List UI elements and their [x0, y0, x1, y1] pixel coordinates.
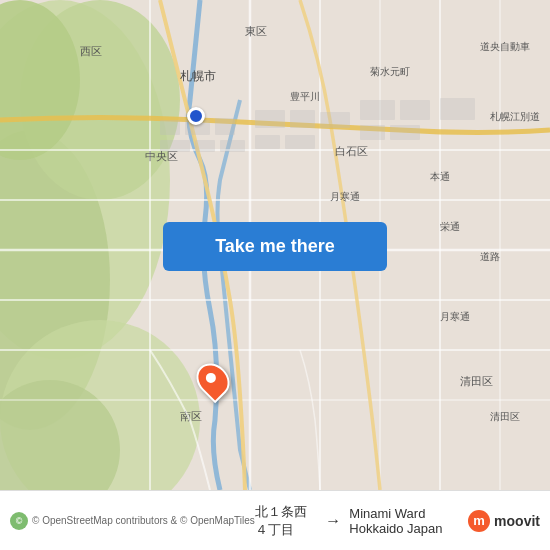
svg-text:道路: 道路: [480, 251, 500, 262]
svg-rect-23: [195, 140, 215, 152]
arrow-icon: →: [325, 512, 341, 530]
svg-rect-28: [255, 135, 280, 149]
svg-rect-25: [255, 110, 285, 128]
svg-rect-27: [320, 112, 350, 128]
location-to: Minami Ward Hokkaido Japan: [349, 506, 468, 536]
svg-rect-19: [160, 120, 180, 135]
svg-rect-26: [290, 110, 315, 128]
svg-rect-30: [360, 100, 395, 120]
svg-rect-34: [390, 125, 420, 140]
svg-rect-31: [400, 100, 430, 120]
svg-rect-33: [360, 125, 385, 140]
svg-text:豊平川: 豊平川: [290, 91, 320, 102]
bottom-bar: © © OpenStreetMap contributors & © OpenM…: [0, 490, 550, 550]
svg-text:清田区: 清田区: [490, 411, 520, 422]
svg-text:西区: 西区: [80, 45, 102, 57]
destination-marker: [198, 362, 228, 398]
osm-logo: ©: [10, 512, 28, 530]
moovit-text: moovit: [494, 513, 540, 529]
svg-rect-32: [440, 98, 475, 120]
svg-text:東区: 東区: [245, 25, 267, 37]
svg-text:月寒通: 月寒通: [440, 311, 470, 322]
take-me-there-button[interactable]: Take me there: [163, 222, 387, 271]
start-marker: [187, 107, 205, 125]
svg-rect-24: [220, 140, 245, 152]
svg-text:栄通: 栄通: [440, 221, 460, 232]
map-container[interactable]: 東区 西区 菊水元町 道央自動車 中央区 白石区 本通 栄通 札幌市 豊平川 月…: [0, 0, 550, 490]
svg-text:中央区: 中央区: [145, 150, 178, 162]
location-info: 北１条西４丁目 → Minami Ward Hokkaido Japan: [255, 503, 468, 539]
svg-text:月寒通: 月寒通: [330, 191, 360, 202]
moovit-icon: m: [468, 510, 490, 532]
svg-rect-21: [215, 118, 235, 135]
svg-rect-29: [285, 135, 315, 149]
attribution-text: © OpenStreetMap contributors & © OpenMap…: [32, 515, 255, 526]
svg-text:清田区: 清田区: [460, 375, 493, 387]
location-from: 北１条西４丁目: [255, 503, 318, 539]
svg-text:菊水元町: 菊水元町: [370, 66, 410, 77]
attribution: © © OpenStreetMap contributors & © OpenM…: [10, 512, 255, 530]
svg-text:本通: 本通: [430, 171, 450, 182]
svg-text:白石区: 白石区: [335, 145, 368, 157]
svg-text:道央自動車: 道央自動車: [480, 41, 530, 52]
svg-text:札幌市: 札幌市: [180, 69, 216, 83]
svg-text:札幌江別道: 札幌江別道: [490, 111, 540, 122]
moovit-logo: m moovit: [468, 510, 540, 532]
